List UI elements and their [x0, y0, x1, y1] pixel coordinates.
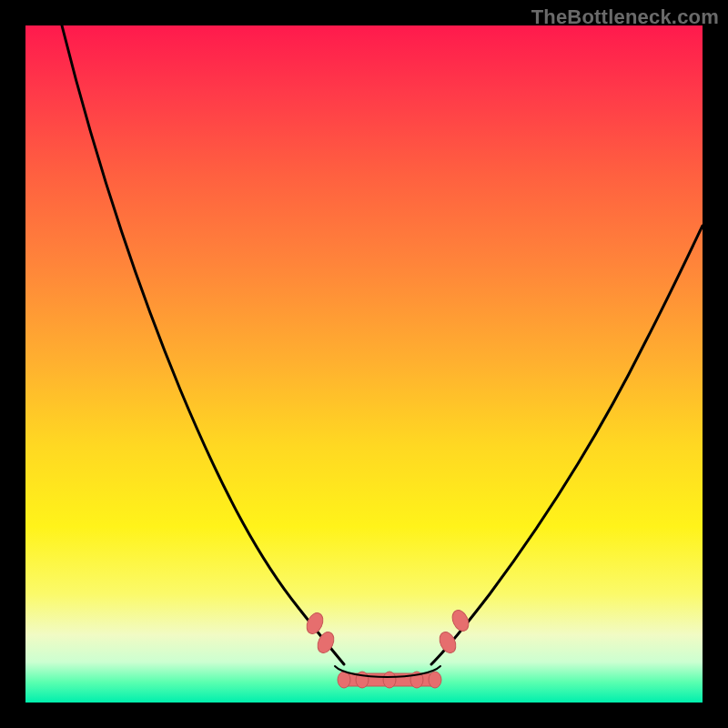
- left-bead-upper: [304, 611, 327, 637]
- curve-left: [62, 25, 344, 664]
- right-bead-upper: [450, 608, 472, 634]
- chain-bead: [429, 672, 441, 688]
- chain-bead: [383, 672, 396, 688]
- curve-right: [431, 226, 703, 664]
- chain-bead: [338, 672, 350, 688]
- right-bead-lower: [437, 630, 460, 656]
- watermark-text: TheBottleneck.com: [531, 5, 719, 29]
- bottleneck-curve: [25, 25, 703, 703]
- chart-area: [25, 25, 703, 703]
